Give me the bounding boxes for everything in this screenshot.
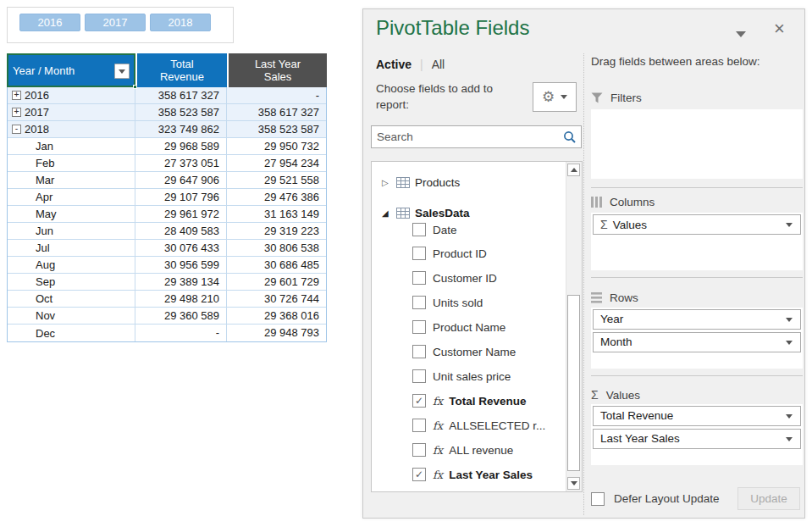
defer-layout-checkbox[interactable] — [591, 492, 605, 506]
values-pill-total-revenue[interactable]: Total Revenue — [593, 406, 801, 426]
filters-drop-area[interactable] — [591, 109, 803, 179]
slicer-button-2018[interactable]: 2018 — [150, 14, 211, 31]
last-year-cell[interactable]: 29 950 732 — [227, 138, 326, 154]
field-list-scrollbar[interactable] — [566, 162, 582, 491]
slicer-button-2016[interactable]: 2016 — [19, 14, 80, 31]
revenue-cell[interactable]: 29 360 589 — [135, 308, 227, 324]
field-item-date[interactable]: Date — [372, 220, 566, 239]
checkbox[interactable] — [412, 443, 426, 457]
revenue-cell[interactable]: 30 076 433 — [135, 240, 227, 256]
tab-all[interactable]: All — [432, 58, 445, 71]
row-label-cell[interactable]: +2016 — [8, 87, 135, 103]
field-group-salesdata[interactable]: ◢ SalesData — [372, 203, 566, 222]
scrollbar-thumb[interactable] — [567, 295, 580, 471]
chevron-down-icon[interactable] — [786, 341, 793, 345]
expand-toggle-icon[interactable]: + — [12, 108, 21, 117]
pivot-row-header-cell[interactable]: Year / Month — [7, 53, 135, 87]
search-input[interactable] — [372, 126, 581, 147]
last-year-cell[interactable]: - — [227, 87, 326, 103]
row-label-cell[interactable]: Aug — [8, 257, 135, 273]
row-label-cell[interactable]: Dec — [8, 325, 135, 341]
last-year-sales-header-cell[interactable]: Last Year Sales — [227, 53, 327, 87]
row-label-cell[interactable]: Nov — [8, 308, 135, 324]
checkbox[interactable] — [412, 247, 426, 260]
checkbox-checked[interactable]: ✓ — [412, 394, 426, 408]
row-label-cell[interactable]: -2018 — [8, 121, 135, 137]
expand-toggle-icon[interactable]: + — [12, 91, 21, 100]
chevron-down-icon[interactable] — [786, 414, 793, 419]
values-pill-last-year-sales[interactable]: Last Year Sales — [593, 429, 801, 449]
filter-dropdown-button[interactable] — [114, 64, 130, 79]
revenue-cell[interactable]: 27 373 051 — [135, 155, 227, 171]
field-item-unit-sales-price[interactable]: Unit sales price — [372, 367, 566, 386]
checkbox[interactable] — [412, 271, 426, 285]
update-button[interactable]: Update — [737, 487, 800, 510]
row-label-cell[interactable]: Sep — [8, 274, 135, 290]
row-label-cell[interactable]: May — [8, 206, 135, 222]
last-year-cell[interactable]: 29 368 016 — [227, 308, 326, 324]
search-icon[interactable] — [563, 130, 577, 144]
revenue-cell[interactable]: 29 968 589 — [135, 138, 227, 154]
revenue-cell[interactable]: 29 389 134 — [135, 274, 227, 290]
field-item-product-id[interactable]: Product ID — [372, 244, 566, 263]
close-icon[interactable]: × — [774, 19, 785, 38]
last-year-cell[interactable]: 29 601 729 — [227, 274, 326, 290]
revenue-cell[interactable]: 29 498 210 — [135, 291, 227, 307]
field-item-units-sold[interactable]: Units sold — [372, 293, 566, 312]
tab-active[interactable]: Active — [376, 58, 412, 71]
field-item-total-revenue[interactable]: ✓fxTotal Revenue — [372, 391, 566, 410]
tools-button[interactable]: ⚙ — [533, 82, 577, 112]
last-year-cell[interactable]: 29 948 793 — [227, 325, 326, 341]
chevron-down-icon[interactable] — [786, 223, 793, 227]
row-label-cell[interactable]: +2017 — [8, 104, 135, 120]
expanded-triangle-icon[interactable]: ◢ — [382, 208, 390, 218]
field-item-customer-id[interactable]: Customer ID — [372, 269, 566, 287]
scroll-up-button[interactable] — [567, 164, 580, 176]
rows-pill-year[interactable]: Year — [593, 309, 801, 330]
last-year-cell[interactable]: 29 319 223 — [227, 223, 326, 239]
revenue-cell[interactable]: 323 749 862 — [135, 121, 227, 137]
row-label-cell[interactable]: Jan — [8, 138, 135, 154]
total-revenue-header-cell[interactable]: Total Revenue — [135, 53, 227, 87]
checkbox[interactable] — [412, 369, 426, 383]
revenue-cell[interactable]: 358 523 587 — [135, 104, 227, 120]
field-item-all-revenue[interactable]: fxALL revenue — [372, 441, 566, 459]
checkbox[interactable] — [412, 223, 426, 236]
field-item-product-name[interactable]: Product Name — [372, 318, 566, 336]
revenue-cell[interactable]: 30 956 599 — [135, 257, 227, 273]
revenue-cell[interactable]: 29 961 972 — [135, 206, 227, 222]
rows-pill-month[interactable]: Month — [593, 332, 801, 352]
revenue-cell[interactable]: 29 107 796 — [135, 189, 227, 205]
row-label-cell[interactable]: Feb — [8, 155, 135, 171]
collapse-toggle-icon[interactable]: - — [12, 125, 21, 134]
last-year-cell[interactable]: 27 954 234 — [227, 155, 326, 171]
last-year-cell[interactable]: 29 521 558 — [227, 172, 326, 188]
checkbox[interactable] — [412, 345, 426, 358]
row-label-cell[interactable]: Oct — [8, 291, 135, 307]
checkbox[interactable] — [412, 296, 426, 309]
collapsed-triangle-icon[interactable]: ▷ — [382, 178, 390, 187]
row-label-cell[interactable]: Jun — [8, 223, 135, 239]
checkbox[interactable] — [412, 419, 426, 432]
columns-drop-area[interactable]: ΣValues — [591, 213, 803, 270]
row-label-cell[interactable]: Apr — [8, 189, 135, 205]
checkbox-checked[interactable]: ✓ — [412, 468, 426, 481]
checkbox[interactable] — [412, 320, 426, 334]
rows-drop-area[interactable]: Year Month — [591, 308, 803, 369]
chevron-down-icon[interactable] — [786, 318, 793, 322]
field-item-customer-name[interactable]: Customer Name — [372, 342, 566, 361]
row-label-cell[interactable]: Mar — [8, 172, 135, 188]
last-year-cell[interactable]: 358 523 587 — [227, 121, 326, 137]
chevron-down-icon[interactable] — [786, 437, 793, 441]
slicer-button-2017[interactable]: 2017 — [85, 14, 146, 31]
last-year-cell[interactable]: 358 617 327 — [227, 104, 326, 120]
row-label-cell[interactable]: Jul — [8, 240, 135, 256]
last-year-cell[interactable]: 30 686 485 — [227, 257, 326, 273]
field-item-allselected-revenue[interactable]: fxALLSELECTED r... — [372, 416, 566, 435]
values-drop-area[interactable]: Total Revenue Last Year Sales — [591, 404, 803, 465]
last-year-cell[interactable]: 30 806 538 — [227, 240, 326, 256]
columns-pill-values[interactable]: ΣValues — [593, 214, 801, 235]
last-year-cell[interactable]: 31 163 149 — [227, 206, 326, 222]
last-year-cell[interactable]: 30 726 744 — [227, 291, 326, 307]
last-year-cell[interactable]: 29 476 386 — [227, 189, 326, 205]
